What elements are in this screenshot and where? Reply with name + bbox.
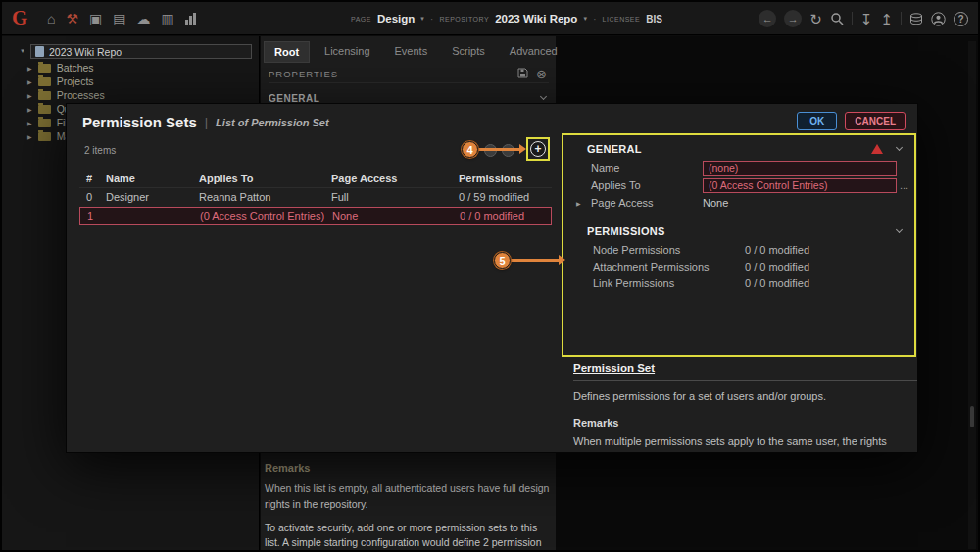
list-toolbar: 4 +: [462, 137, 552, 163]
page-selector[interactable]: Design: [377, 13, 415, 25]
table-row[interactable]: 0 Designer Reanna Patton Full 0 / 59 mod…: [79, 188, 552, 205]
topbar: G ⌂ ⚒ ▣ ▤ ☁ ▥ PAGE Design ▾ · REPOSITORY…: [2, 2, 978, 35]
database-icon[interactable]: [909, 13, 923, 25]
search-icon[interactable]: [830, 12, 844, 25]
perm-label: Link Permissions: [593, 277, 745, 289]
help-remarks-text: When multiple permissions sets apply to …: [573, 434, 918, 453]
scrollbar[interactable]: [968, 41, 976, 549]
catalog-icon[interactable]: ▥: [162, 12, 174, 25]
table-row-selected[interactable]: 1 (0 Access Control Entries) None 0 / 0 …: [79, 207, 552, 225]
permissions-section-header[interactable]: PERMISSIONS: [564, 222, 914, 241]
package-icon[interactable]: ▤: [113, 12, 125, 25]
warning-icon: [871, 144, 883, 154]
add-permission-set-button[interactable]: +: [530, 141, 546, 157]
tree-root-node[interactable]: 2023 Wiki Repo: [30, 44, 252, 59]
annotation-arrow: [511, 259, 560, 262]
tree-item-label: Processes: [57, 89, 105, 101]
repository-icon: [35, 46, 44, 57]
folder-icon: [38, 132, 51, 141]
home-icon[interactable]: ⌂: [47, 12, 55, 25]
separator-dot: ·: [593, 13, 597, 25]
general-section-header[interactable]: GENERAL: [564, 139, 914, 159]
help-remarks-heading: Remarks: [573, 417, 918, 428]
tab-events[interactable]: Events: [385, 41, 438, 63]
name-input[interactable]: (none): [703, 161, 897, 176]
tab-scripts[interactable]: Scripts: [442, 41, 495, 63]
cell-page-access: None: [332, 210, 460, 222]
tree-collapsed-icon[interactable]: ▶: [27, 92, 32, 99]
folder-icon: [38, 91, 51, 100]
node-permissions-row[interactable]: Node Permissions 0 / 0 modified: [564, 241, 914, 258]
application-window: G ⌂ ⚒ ▣ ▤ ☁ ▥ PAGE Design ▾ · REPOSITORY…: [0, 0, 980, 552]
page-access-value: None: [703, 197, 728, 209]
tree-item-projects[interactable]: ▶ Projects: [27, 75, 94, 88]
app-logo[interactable]: G: [12, 6, 27, 30]
user-icon[interactable]: [931, 12, 946, 26]
tree-collapsed-icon[interactable]: ▶: [27, 106, 32, 113]
cell-num: 1: [87, 210, 107, 222]
upload-icon[interactable]: ↥: [880, 12, 893, 26]
applies-to-input[interactable]: (0 Access Control Entries): [703, 178, 897, 193]
chevron-down-icon: ▾: [583, 15, 587, 23]
tree-root-label: 2023 Wiki Repo: [49, 46, 122, 58]
tab-advanced[interactable]: Advanced: [500, 41, 567, 63]
tree-item-processes[interactable]: ▶ Processes: [27, 88, 105, 102]
column-header: #: [86, 173, 106, 184]
properties-header: PROPERTIES ⊗: [269, 65, 549, 83]
licensee-label: LICENSEE: [603, 16, 641, 23]
back-button[interactable]: ←: [759, 10, 776, 27]
refresh-icon[interactable]: ↻: [809, 12, 822, 26]
tree-collapsed-icon[interactable]: ▶: [576, 200, 585, 207]
perm-value: 0 / 0 modified: [745, 277, 809, 289]
tree-collapsed-icon[interactable]: ▶: [27, 65, 32, 72]
tab-licensing[interactable]: Licensing: [315, 41, 379, 63]
remarks-paragraph: To activate security, add one or more pe…: [265, 521, 555, 552]
cell-num: 0: [86, 191, 106, 203]
dialog-title: Permission Sets: [82, 114, 197, 130]
ok-button[interactable]: OK: [797, 112, 837, 130]
perm-label: Node Permissions: [593, 244, 745, 256]
tools-icon[interactable]: ⚒: [66, 12, 78, 25]
tab-root[interactable]: Root: [264, 41, 310, 63]
page-access-label: Page Access: [591, 197, 703, 209]
more-button[interactable]: ...: [900, 179, 908, 191]
name-label: Name: [591, 162, 703, 174]
link-permissions-row[interactable]: Link Permissions 0 / 0 modified: [564, 275, 914, 291]
tree-collapsed-icon[interactable]: ▶: [27, 133, 32, 140]
page-access-row[interactable]: ▶ Page Access None: [564, 194, 914, 212]
page-label: PAGE: [351, 16, 371, 23]
dialog-header: Permission Sets | List of Permission Set: [82, 114, 329, 130]
cancel-button[interactable]: CANCEL: [845, 112, 906, 130]
chevron-down-icon: [896, 226, 903, 233]
permission-sets-table: # Name Applies To Page Access Permission…: [79, 169, 552, 225]
forward-button[interactable]: →: [784, 10, 802, 27]
perm-label: Attachment Permissions: [593, 261, 745, 273]
archive-icon[interactable]: ▣: [89, 12, 102, 25]
chart-icon[interactable]: [185, 13, 196, 25]
attachment-permissions-row[interactable]: Attachment Permissions 0 / 0 modified: [564, 258, 914, 275]
remarks-paragraph: When this list is empty, all authenticat…: [265, 481, 555, 513]
tree-item-queries[interactable]: ▶ Qu: [27, 102, 71, 116]
close-icon[interactable]: ⊗: [536, 68, 547, 80]
folder-icon: [38, 77, 51, 86]
scrollbar-thumb[interactable]: [970, 406, 974, 427]
topbar-nav-icons: ⌂ ⚒ ▣ ▤ ☁ ▥: [47, 2, 196, 35]
context-breadcrumb: PAGE Design ▾ · REPOSITORY 2023 Wiki Rep…: [351, 2, 662, 35]
tree-item-label: Batches: [57, 62, 94, 74]
properties-title: PROPERTIES: [269, 69, 517, 79]
save-icon[interactable]: [517, 65, 528, 82]
download-icon[interactable]: ↧: [860, 12, 873, 26]
divider: [852, 12, 853, 25]
topbar-action-icons: ← → ↻ ↧ ↥ ?: [759, 2, 968, 35]
chevron-down-icon: [896, 144, 903, 151]
help-icon[interactable]: ?: [954, 12, 968, 26]
tree-item-batches[interactable]: ▶ Batches: [27, 61, 94, 75]
tree-collapsed-icon[interactable]: ▶: [27, 120, 32, 126]
tree-expanded-icon[interactable]: ▼: [20, 48, 25, 54]
tree-collapsed-icon[interactable]: ▶: [27, 78, 32, 85]
chevron-down-icon: [540, 93, 547, 100]
section-label: GENERAL: [269, 93, 541, 104]
cloud-upload-icon[interactable]: ☁: [137, 12, 151, 25]
repository-selector[interactable]: 2023 Wiki Repo: [495, 13, 577, 25]
applies-to-field-row: Applies To (0 Access Control Entries) ..…: [564, 176, 914, 194]
